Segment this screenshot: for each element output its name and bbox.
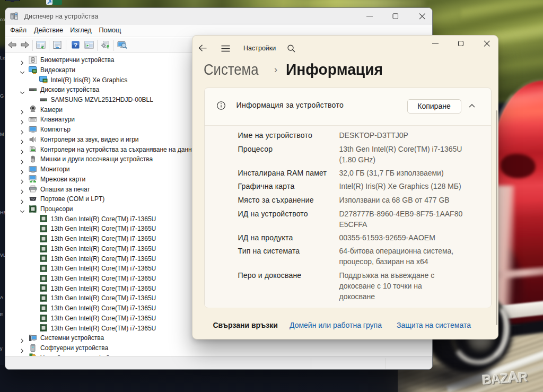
svg-text:?: ?: [73, 42, 77, 48]
